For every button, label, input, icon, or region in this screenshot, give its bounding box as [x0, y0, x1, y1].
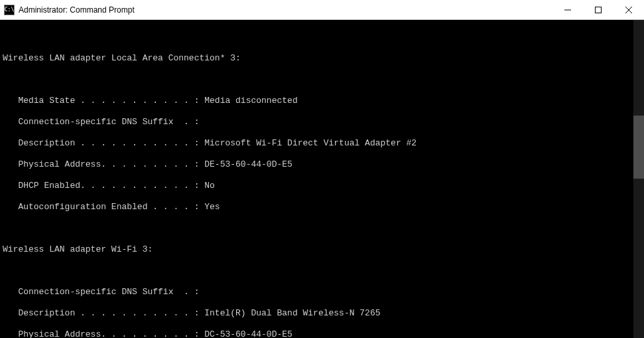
adapter-header-2: Wireless LAN adapter Wi-Fi 3:: [3, 244, 641, 255]
output-row: Autoconfiguration Enabled . . . . : Yes: [3, 202, 641, 212]
close-button[interactable]: [613, 0, 644, 20]
window-controls: [552, 0, 644, 20]
output-row: Physical Address. . . . . . . . . : DE-5…: [3, 159, 641, 170]
cmd-prompt-icon: C:\: [4, 5, 15, 15]
output-row: Description . . . . . . . . . . . : Inte…: [3, 308, 641, 319]
scrollbar[interactable]: [633, 20, 644, 338]
scrollbar-thumb[interactable]: [633, 116, 644, 179]
output-row: DHCP Enabled. . . . . . . . . . . : No: [3, 181, 641, 191]
terminal-output[interactable]: Wireless LAN adapter Local Area Connecti…: [0, 20, 644, 338]
svg-rect-1: [596, 7, 602, 13]
title-bar[interactable]: C:\ Administrator: Command Prompt: [0, 0, 644, 20]
output-row: Description . . . . . . . . . . . : Micr…: [3, 138, 641, 149]
output-row: Media State . . . . . . . . . . . : Medi…: [3, 96, 641, 106]
title-left: C:\ Administrator: Command Prompt: [0, 5, 135, 15]
adapter-header-1: Wireless LAN adapter Local Area Connecti…: [3, 53, 641, 64]
minimize-button[interactable]: [552, 0, 583, 20]
maximize-button[interactable]: [583, 0, 613, 20]
output-row: Physical Address. . . . . . . . . : DC-5…: [3, 329, 641, 338]
output-row: Connection-specific DNS Suffix . :: [3, 287, 641, 297]
output-row: Connection-specific DNS Suffix . :: [3, 117, 641, 127]
window-title: Administrator: Command Prompt: [19, 5, 135, 15]
